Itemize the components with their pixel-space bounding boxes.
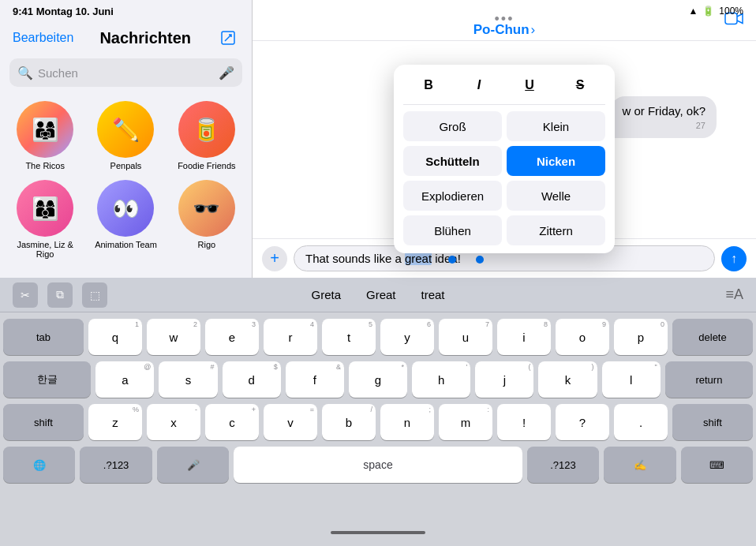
- grosz-button[interactable]: Groß: [403, 111, 502, 141]
- numbers-right-key[interactable]: .?123: [527, 447, 599, 483]
- contact-label-2: Foodie Friends: [178, 161, 235, 170]
- key-rows: tab q1 w2 e3 r4 t5 y6 u7 i8 o9 p0 delete…: [0, 312, 756, 486]
- autocorrect-row: ✂ ⧉ ⬚ Greta Great treat ≡A: [0, 278, 756, 312]
- key-row-1: tab q1 w2 e3 r4 t5 y6 u7 i8 o9 p0 delete: [3, 319, 753, 355]
- key-h[interactable]: h': [412, 361, 470, 398]
- contact-item-4[interactable]: 👀 Animation Team: [90, 180, 161, 259]
- copy-button[interactable]: ⧉: [47, 282, 73, 308]
- cut-button[interactable]: ✂: [13, 282, 38, 308]
- msg-time: 27: [622, 121, 705, 130]
- bluhen-button[interactable]: Blühen: [403, 215, 502, 245]
- welle-button[interactable]: Welle: [507, 181, 605, 211]
- bold-button[interactable]: B: [413, 73, 444, 98]
- microphone-icon[interactable]: 🎤: [219, 65, 234, 80]
- tab-key[interactable]: tab: [3, 319, 84, 355]
- format-grid: Groß Klein Schütteln Nicken Explodieren …: [403, 111, 605, 245]
- key-z[interactable]: z%: [88, 404, 142, 440]
- avatar-5: 🕶️: [178, 180, 235, 237]
- keyboard-area: ✂ ⧉ ⬚ Greta Great treat ≡A tab q1 w2 e3 …: [0, 278, 756, 546]
- search-icon: 🔍: [17, 65, 33, 80]
- messages-title: Nachrichten: [99, 29, 191, 47]
- search-placeholder: Suchen: [38, 66, 78, 80]
- explodieren-button[interactable]: Explodieren: [403, 181, 502, 211]
- key-d[interactable]: d$: [223, 361, 281, 398]
- send-button[interactable]: ↑: [721, 246, 747, 271]
- paste-icon: ⬚: [90, 289, 100, 301]
- key-question[interactable]: ?: [556, 404, 609, 440]
- contact-item-3[interactable]: 👩‍👩‍👦 Jasmine, Liz & Rigo: [9, 180, 80, 259]
- nicken-button[interactable]: Nicken: [507, 146, 605, 176]
- globe-key[interactable]: 🌐: [3, 447, 75, 483]
- wifi-icon: ▲: [688, 6, 698, 17]
- mic-key[interactable]: 🎤: [157, 447, 229, 483]
- underline-button[interactable]: U: [514, 73, 545, 98]
- key-u[interactable]: u7: [439, 319, 492, 355]
- key-p[interactable]: p0: [614, 319, 668, 355]
- key-j[interactable]: j(: [475, 361, 533, 398]
- cursor-end: [476, 256, 484, 264]
- key-period[interactable]: .: [614, 404, 668, 440]
- strikethrough-button[interactable]: S: [564, 73, 596, 98]
- contact-label-5: Rigo: [198, 240, 216, 249]
- schutteln-button[interactable]: Schütteln: [403, 146, 502, 176]
- key-m[interactable]: m:: [439, 404, 492, 440]
- key-exclaim[interactable]: !: [497, 404, 551, 440]
- hangul-key[interactable]: 한글: [3, 361, 91, 398]
- key-s[interactable]: s#: [159, 361, 217, 398]
- key-t[interactable]: t5: [322, 319, 376, 355]
- numbers-left-key[interactable]: .?123: [80, 447, 152, 483]
- status-right: ▲ 🔋 100%: [688, 6, 743, 17]
- contact-item-0[interactable]: 👨‍👩‍👧 The Ricos: [9, 101, 80, 170]
- format-popup: B I U S Groß Klein Schütteln Nicken Expl…: [394, 65, 615, 253]
- shift-right-key[interactable]: shift: [672, 404, 753, 440]
- handwriting-key[interactable]: ✍: [604, 447, 676, 483]
- return-key[interactable]: return: [665, 361, 753, 398]
- suggestion-0[interactable]: Greta: [311, 288, 341, 301]
- contact-item-2[interactable]: 🥫 Foodie Friends: [171, 101, 242, 170]
- cut-icon: ✂: [21, 289, 30, 301]
- key-v[interactable]: v=: [264, 404, 317, 440]
- contact-item-1[interactable]: ✏️ Penpals: [90, 101, 161, 170]
- add-attachment-button[interactable]: +: [262, 246, 287, 271]
- avatar-0: 👨‍👩‍👧: [17, 101, 73, 158]
- contact-label-4: Animation Team: [95, 240, 157, 249]
- key-g[interactable]: g*: [349, 361, 407, 398]
- key-k[interactable]: k): [538, 361, 597, 398]
- key-n[interactable]: n;: [380, 404, 434, 440]
- shift-left-key[interactable]: shift: [3, 404, 84, 440]
- key-x[interactable]: x-: [147, 404, 200, 440]
- format-lines-button[interactable]: ≡A: [725, 286, 743, 303]
- key-y[interactable]: y6: [380, 319, 434, 355]
- key-e[interactable]: e3: [205, 319, 259, 355]
- key-r[interactable]: r4: [264, 319, 317, 355]
- key-l[interactable]: l": [602, 361, 661, 398]
- search-bar[interactable]: 🔍 Suchen 🎤: [9, 58, 242, 87]
- key-b[interactable]: b/: [322, 404, 376, 440]
- keyboard-hide-key[interactable]: ⌨: [681, 447, 753, 483]
- italic-button[interactable]: I: [463, 73, 495, 98]
- key-q[interactable]: q1: [88, 319, 142, 355]
- highlighted-text: great: [405, 252, 432, 265]
- format-icons-row: B I U S: [403, 73, 605, 105]
- edit-button[interactable]: Bearbeiten: [13, 31, 73, 45]
- key-f[interactable]: f&: [286, 361, 344, 398]
- key-o[interactable]: o9: [556, 319, 609, 355]
- suggestion-1[interactable]: Great: [366, 288, 396, 301]
- klein-button[interactable]: Klein: [507, 111, 605, 141]
- key-a[interactable]: a@: [95, 361, 154, 398]
- space-key[interactable]: space: [234, 447, 522, 483]
- paste-button[interactable]: ⬚: [82, 282, 107, 308]
- suggestion-2[interactable]: treat: [421, 288, 445, 301]
- key-w[interactable]: w2: [147, 319, 200, 355]
- key-row-3: shift z% x- c+ v= b/ n; m: ! ? . shift: [3, 404, 753, 440]
- compose-button[interactable]: [217, 27, 239, 49]
- zittern-button[interactable]: Zittern: [507, 215, 605, 245]
- chat-chevron: ›: [531, 22, 536, 38]
- status-bar: 9:41 Montag 10. Juni ▲ 🔋 100%: [0, 0, 756, 22]
- key-c[interactable]: c+: [205, 404, 259, 440]
- key-i[interactable]: i8: [497, 319, 551, 355]
- contact-item-5[interactable]: 🕶️ Rigo: [171, 180, 242, 259]
- received-text: w or Friday, ok?: [622, 104, 705, 118]
- delete-key[interactable]: delete: [672, 319, 753, 355]
- copy-icon: ⧉: [56, 288, 64, 301]
